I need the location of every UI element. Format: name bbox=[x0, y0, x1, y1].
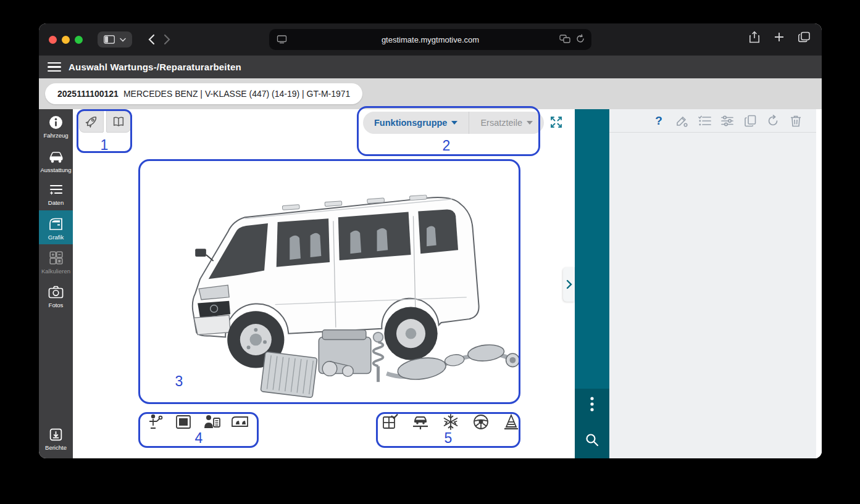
sidebar-item-label: Daten bbox=[48, 200, 64, 206]
ersatzteile-tab[interactable]: Ersatzteile bbox=[469, 112, 544, 134]
back-button[interactable] bbox=[148, 34, 155, 45]
van-window-front bbox=[277, 218, 330, 267]
sidebar-item-label: Berichte bbox=[45, 445, 67, 451]
van-illustration[interactable] bbox=[137, 156, 525, 425]
ersatzteile-label: Ersatzteile bbox=[480, 118, 522, 128]
funktionsgruppe-label: Funktionsgruppe bbox=[374, 118, 447, 128]
more-options-icon[interactable] bbox=[590, 397, 594, 411]
expand-icon bbox=[548, 114, 564, 130]
estimate-panel: ? bbox=[609, 109, 822, 458]
vehicle-summary-pill[interactable]: 2025111100121 MERCEDES BENZ | V-KLASSE (… bbox=[45, 83, 362, 104]
zoom-button[interactable] bbox=[75, 36, 83, 44]
inspection-icon[interactable] bbox=[202, 413, 221, 431]
panel-collapse-tab[interactable] bbox=[563, 267, 575, 302]
steering-wheel-icon[interactable] bbox=[472, 413, 490, 431]
url-text: gtestimate.mygtmotive.com bbox=[382, 35, 479, 44]
reload-icon[interactable] bbox=[575, 34, 585, 44]
car-door-icon bbox=[48, 216, 64, 232]
van-window-rear bbox=[418, 210, 458, 254]
sidebar-item-label: Fahrzeug bbox=[43, 133, 68, 139]
maintenance-grid-icon[interactable] bbox=[381, 413, 399, 431]
scrollbar-track[interactable] bbox=[816, 109, 822, 458]
browser-window: gtestimate.mygtmotive.com bbox=[39, 23, 822, 458]
data-list-icon bbox=[48, 183, 64, 197]
group-selector: Funktionsgruppe Ersatzteile bbox=[363, 112, 544, 134]
funktionsgruppe-tab[interactable]: Funktionsgruppe bbox=[363, 112, 469, 134]
climate-icon[interactable] bbox=[441, 413, 460, 431]
close-button[interactable] bbox=[49, 36, 57, 44]
left-sidebar: Fahrzeug Ausstattung Daten bbox=[39, 109, 73, 458]
nav-buttons bbox=[143, 31, 175, 48]
chevron-right-icon bbox=[566, 279, 572, 289]
share-icon[interactable] bbox=[749, 31, 760, 43]
camera-icon bbox=[48, 284, 64, 300]
sidebar-item-ausstattung[interactable]: Ausstattung bbox=[39, 143, 73, 178]
calculator-icon bbox=[48, 250, 64, 266]
graphics-toolbar bbox=[79, 110, 131, 133]
sidebar-item-label: Grafik bbox=[48, 234, 64, 241]
sidebar-toggle[interactable] bbox=[98, 31, 132, 48]
results-strip bbox=[575, 109, 609, 458]
filter-icon[interactable] bbox=[720, 114, 734, 128]
car-icon bbox=[48, 149, 65, 165]
traffic-lights bbox=[49, 36, 83, 44]
edit-icon[interactable] bbox=[675, 114, 688, 128]
strut-part bbox=[374, 333, 383, 382]
quick-start-button[interactable] bbox=[79, 110, 104, 133]
info-icon bbox=[48, 115, 64, 130]
estimate-toolbar: ? bbox=[609, 109, 816, 133]
car-lift-icon[interactable] bbox=[411, 413, 430, 431]
content-area: Fahrzeug Ausstattung Daten bbox=[39, 109, 822, 458]
page-title: Auswahl Wartungs-/Reparaturarbeiten bbox=[69, 62, 241, 72]
sidebar-item-label: Kalkulieren bbox=[41, 268, 70, 275]
tab-overview-icon[interactable] bbox=[798, 31, 811, 43]
van-window-mid bbox=[338, 212, 411, 260]
search-icon[interactable] bbox=[585, 432, 599, 447]
privacy-icon[interactable] bbox=[559, 34, 570, 44]
graphics-main: Funktionsgruppe Ersatzteile bbox=[73, 109, 575, 458]
report-download-icon bbox=[48, 427, 64, 442]
sidebar-item-label: Ausstattung bbox=[40, 167, 71, 173]
forward-button[interactable] bbox=[164, 34, 170, 45]
bottom-left-icon-group bbox=[146, 413, 249, 431]
page-icon bbox=[277, 34, 287, 44]
browser-titlebar: gtestimate.mygtmotive.com bbox=[39, 23, 822, 56]
menu-icon[interactable] bbox=[48, 62, 61, 72]
fullscreen-button[interactable] bbox=[548, 114, 564, 130]
catalog-icon bbox=[112, 115, 125, 128]
service-icon[interactable] bbox=[146, 413, 164, 431]
rocket-icon bbox=[85, 115, 98, 128]
catalog-button[interactable] bbox=[106, 110, 131, 133]
desktop-background: gtestimate.mygtmotive.com bbox=[0, 0, 860, 504]
interior-icon[interactable] bbox=[231, 413, 249, 431]
new-tab-icon[interactable] bbox=[774, 31, 785, 43]
jack-icon[interactable] bbox=[502, 413, 520, 431]
chevron-down-icon bbox=[120, 38, 126, 42]
minimize-button[interactable] bbox=[62, 36, 70, 44]
address-bar[interactable]: gtestimate.mygtmotive.com bbox=[269, 29, 591, 50]
engine-part bbox=[319, 330, 370, 377]
sidebar-item-daten[interactable]: Daten bbox=[39, 177, 73, 210]
sidebar-item-fotos[interactable]: Fotos bbox=[39, 279, 73, 313]
case-number: 2025111100121 bbox=[57, 89, 119, 99]
radiator-part bbox=[261, 352, 317, 398]
help-icon[interactable]: ? bbox=[652, 114, 666, 128]
sidebar-item-berichte[interactable]: Berichte bbox=[39, 421, 73, 455]
task-list-icon[interactable] bbox=[698, 114, 711, 128]
sidebar-item-label: Fotos bbox=[49, 302, 64, 308]
vehicle-bar: 2025111100121 MERCEDES BENZ | V-KLASSE (… bbox=[39, 78, 822, 109]
copy-icon[interactable] bbox=[743, 114, 757, 128]
sidebar-item-kalkulieren: Kalkulieren bbox=[39, 244, 73, 279]
vehicle-info: MERCEDES BENZ | V-KLASSE (447) (14-19) |… bbox=[123, 89, 351, 99]
bottom-right-icon-group bbox=[381, 413, 520, 431]
panel-frame-icon[interactable] bbox=[174, 413, 193, 431]
sidebar-item-fahrzeug[interactable]: Fahrzeug bbox=[39, 109, 73, 143]
van-rear-wheel bbox=[384, 307, 437, 360]
app-header: Auswahl Wartungs-/Reparaturarbeiten bbox=[39, 56, 822, 78]
sidebar-icon bbox=[104, 35, 115, 44]
undo-icon[interactable] bbox=[766, 114, 780, 128]
trash-icon[interactable] bbox=[789, 114, 803, 128]
chevron-down-icon bbox=[451, 121, 457, 125]
sidebar-item-grafik[interactable]: Grafik bbox=[39, 210, 73, 245]
chevron-down-icon bbox=[527, 121, 533, 125]
